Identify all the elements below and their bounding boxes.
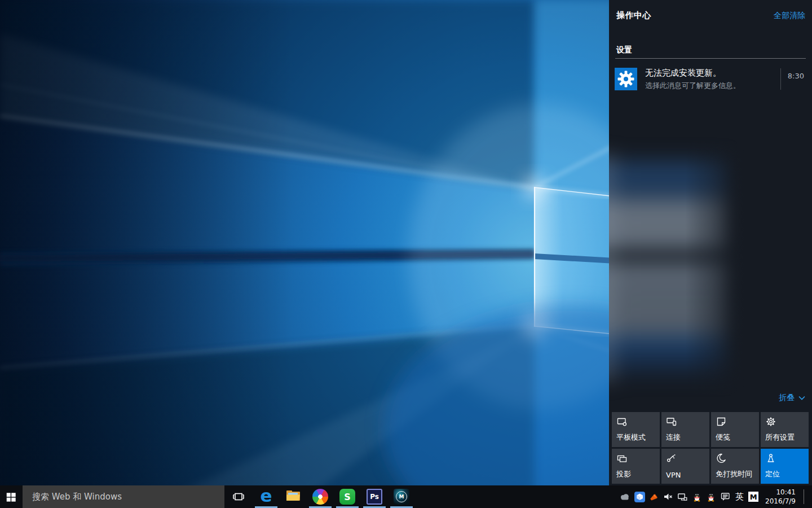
tile-connect[interactable]: 连接 <box>661 412 709 447</box>
ime-language-indicator[interactable]: 英 <box>735 492 744 502</box>
action-center-title: 操作中心 <box>616 10 651 21</box>
collapse-link[interactable]: 折叠 <box>779 393 805 403</box>
taskbar-app-pinwheel[interactable] <box>307 485 334 508</box>
taskbar-app-file-explorer[interactable] <box>280 485 307 508</box>
s-app-icon: S <box>339 489 355 505</box>
file-explorer-icon <box>285 488 302 505</box>
system-tray: 英 M 10:41 2016/7/9 <box>619 485 812 508</box>
motorola-m-logo: M <box>396 491 407 502</box>
clock-date: 2016/7/9 <box>765 497 796 506</box>
action-center-panel: 操作中心 全部清除 设置 无法完成安装更新。 <box>609 0 812 485</box>
ime-message-icon[interactable] <box>720 492 731 502</box>
windows-desktop: { "wallpaper": {"name": "windows-10-hero… <box>0 0 812 508</box>
settings-gear-icon <box>615 68 637 90</box>
task-view-button[interactable] <box>224 485 253 508</box>
start-button[interactable] <box>0 485 23 508</box>
loudspeaker-app-icon[interactable] <box>649 492 659 502</box>
clear-all-link[interactable]: 全部清除 <box>774 11 805 21</box>
collapse-label: 折叠 <box>779 393 795 403</box>
qq-penguin-icon[interactable] <box>692 492 702 502</box>
tile-label: 投影 <box>616 469 631 479</box>
color-pinwheel-icon <box>312 489 328 505</box>
note-icon <box>716 419 727 430</box>
vpn-icon <box>666 456 677 466</box>
chevron-down-icon <box>798 396 805 400</box>
tile-label: 连接 <box>666 432 681 443</box>
qq-penguin-icon[interactable] <box>706 492 716 502</box>
notification-title: 无法完成安装更新。 <box>645 68 777 78</box>
tile-project[interactable]: 投影 <box>612 449 660 484</box>
motorola-icon: M <box>394 489 409 505</box>
settings-section-label: 设置 <box>616 45 632 55</box>
windows-logo-icon <box>5 491 17 503</box>
network-icon[interactable] <box>677 492 688 502</box>
taskbar-app-edge[interactable]: e <box>253 485 280 508</box>
tile-label: 定位 <box>765 469 780 479</box>
blue-cube-app-icon[interactable] <box>634 492 645 502</box>
connect-icon <box>666 419 677 430</box>
tile-all-settings[interactable]: 所有设置 <box>761 412 809 447</box>
location-icon <box>765 456 776 466</box>
tile-label: 便笺 <box>716 432 730 443</box>
tile-quiet-hours[interactable]: 免打扰时间 <box>711 449 759 484</box>
settings-gear-icon <box>765 419 776 430</box>
action-center-header: 操作中心 全部清除 <box>616 10 805 21</box>
section-divider <box>615 58 806 59</box>
tile-location[interactable]: 定位 <box>761 449 809 484</box>
notification-subtitle: 选择此消息可了解更多信息。 <box>645 81 777 91</box>
quick-actions-grid: 平板模式 连接 便笺 <box>612 412 810 484</box>
blur-fade-overlay <box>609 141 761 395</box>
photoshop-icon: Ps <box>367 489 382 505</box>
tile-vpn[interactable]: VPN <box>661 449 709 484</box>
volume-muted-icon[interactable] <box>663 492 673 502</box>
notification-update-failed[interactable]: 无法完成安装更新。 选择此消息可了解更多信息。 8:30 <box>609 63 812 95</box>
tile-label: 平板模式 <box>616 432 646 443</box>
taskbar-app-motorola[interactable]: M <box>388 485 415 508</box>
taskbar-app-photoshop[interactable]: Ps <box>361 485 388 508</box>
quiet-hours-moon-icon <box>716 456 727 466</box>
project-icon <box>616 456 628 466</box>
taskbar-clock[interactable]: 10:41 2016/7/9 <box>765 488 796 506</box>
notification-time: 8:30 <box>780 68 805 90</box>
taskbar-app-s[interactable]: S <box>334 485 361 508</box>
tile-label: VPN <box>666 471 681 479</box>
tray-divider <box>804 489 804 504</box>
task-view-icon <box>232 491 245 502</box>
edge-icon: e <box>260 487 272 505</box>
taskbar-search-box <box>23 485 224 508</box>
ime-mode-m: M <box>748 492 758 502</box>
tablet-mode-icon <box>616 419 628 430</box>
search-input[interactable] <box>23 485 224 508</box>
tile-tablet-mode[interactable]: 平板模式 <box>612 412 660 447</box>
tile-note[interactable]: 便笺 <box>711 412 759 447</box>
tile-label: 免打扰时间 <box>716 469 752 479</box>
onedrive-cloud-icon[interactable] <box>619 492 630 501</box>
ime-mode-indicator[interactable]: M <box>748 492 758 502</box>
notification-texts: 无法完成安装更新。 选择此消息可了解更多信息。 <box>645 68 777 91</box>
clock-time: 10:41 <box>765 488 796 497</box>
taskbar: e S Ps M <box>0 485 812 508</box>
tile-label: 所有设置 <box>765 432 795 443</box>
show-desktop-button[interactable] <box>808 485 812 508</box>
